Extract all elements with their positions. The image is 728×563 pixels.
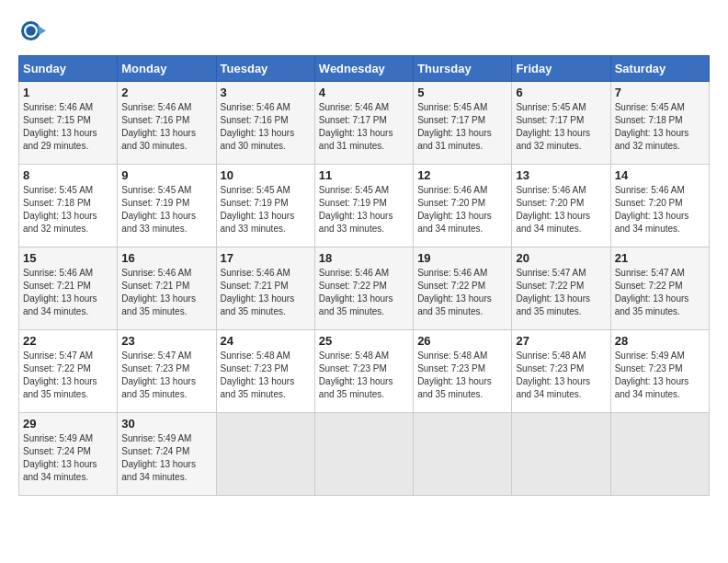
day-info: Sunrise: 5:46 AMSunset: 7:16 PMDaylight:… [221, 102, 295, 151]
day-info: Sunrise: 5:46 AMSunset: 7:22 PMDaylight:… [417, 268, 492, 316]
calendar-header-row: SundayMondayTuesdayWednesdayThursdayFrid… [19, 56, 710, 82]
day-info: Sunrise: 5:46 AMSunset: 7:20 PMDaylight:… [417, 185, 492, 234]
day-number: 27 [516, 334, 606, 348]
calendar-cell: 18 Sunrise: 5:46 AMSunset: 7:22 PMDaylig… [314, 247, 413, 330]
day-info: Sunrise: 5:48 AMSunset: 7:23 PMDaylight:… [221, 350, 295, 399]
day-info: Sunrise: 5:46 AMSunset: 7:21 PMDaylight:… [121, 268, 196, 316]
calendar-cell: 9 Sunrise: 5:45 AMSunset: 7:19 PMDayligh… [118, 165, 216, 247]
day-number: 16 [121, 251, 211, 265]
calendar-cell: 22 Sunrise: 5:47 AMSunset: 7:22 PMDaylig… [19, 330, 118, 413]
day-info: Sunrise: 5:45 AMSunset: 7:19 PMDaylight:… [121, 185, 196, 234]
day-info: Sunrise: 5:47 AMSunset: 7:23 PMDaylight:… [121, 350, 196, 399]
day-info: Sunrise: 5:46 AMSunset: 7:20 PMDaylight:… [516, 185, 590, 234]
calendar-cell: 4 Sunrise: 5:46 AMSunset: 7:17 PMDayligh… [314, 82, 413, 165]
calendar-cell: 14 Sunrise: 5:46 AMSunset: 7:20 PMDaylig… [610, 165, 709, 247]
calendar-cell: 13 Sunrise: 5:46 AMSunset: 7:20 PMDaylig… [512, 165, 610, 247]
header-sunday: Sunday [19, 56, 118, 82]
calendar-cell: 26 Sunrise: 5:48 AMSunset: 7:23 PMDaylig… [414, 330, 512, 413]
day-number: 13 [516, 168, 606, 182]
day-info: Sunrise: 5:47 AMSunset: 7:22 PMDaylight:… [615, 268, 689, 316]
calendar-cell: 17 Sunrise: 5:46 AMSunset: 7:21 PMDaylig… [216, 247, 314, 330]
day-info: Sunrise: 5:47 AMSunset: 7:22 PMDaylight:… [23, 350, 97, 399]
day-info: Sunrise: 5:45 AMSunset: 7:18 PMDaylight:… [615, 102, 689, 151]
week-row-0: 1 Sunrise: 5:46 AMSunset: 7:15 PMDayligh… [19, 82, 710, 165]
day-number: 30 [121, 417, 211, 431]
calendar-cell: 12 Sunrise: 5:46 AMSunset: 7:20 PMDaylig… [414, 165, 512, 247]
day-number: 17 [221, 251, 311, 265]
calendar-cell: 5 Sunrise: 5:45 AMSunset: 7:17 PMDayligh… [414, 82, 512, 165]
day-info: Sunrise: 5:48 AMSunset: 7:23 PMDaylight:… [516, 350, 590, 399]
day-number: 3 [221, 86, 311, 99]
calendar-cell: 8 Sunrise: 5:45 AMSunset: 7:18 PMDayligh… [19, 165, 118, 247]
day-number: 15 [23, 251, 113, 265]
day-number: 12 [417, 168, 507, 182]
calendar-cell: 25 Sunrise: 5:48 AMSunset: 7:23 PMDaylig… [314, 330, 413, 413]
calendar-cell: 24 Sunrise: 5:48 AMSunset: 7:23 PMDaylig… [216, 330, 314, 413]
header-monday: Monday [118, 56, 216, 82]
header-saturday: Saturday [610, 56, 709, 82]
day-info: Sunrise: 5:46 AMSunset: 7:21 PMDaylight:… [221, 268, 295, 316]
day-number: 9 [121, 168, 211, 182]
header-friday: Friday [512, 56, 610, 82]
header [18, 18, 710, 46]
day-number: 23 [121, 334, 211, 348]
logo [18, 18, 50, 46]
calendar-cell: 1 Sunrise: 5:46 AMSunset: 7:15 PMDayligh… [19, 82, 118, 165]
calendar-cell [512, 413, 610, 496]
day-info: Sunrise: 5:45 AMSunset: 7:18 PMDaylight:… [23, 185, 97, 234]
calendar-cell: 2 Sunrise: 5:46 AMSunset: 7:16 PMDayligh… [118, 82, 216, 165]
day-info: Sunrise: 5:46 AMSunset: 7:22 PMDaylight:… [319, 268, 393, 316]
calendar-cell: 7 Sunrise: 5:45 AMSunset: 7:18 PMDayligh… [610, 82, 709, 165]
day-number: 5 [417, 86, 507, 99]
calendar-cell [610, 413, 709, 496]
day-info: Sunrise: 5:46 AMSunset: 7:15 PMDaylight:… [23, 102, 97, 151]
day-info: Sunrise: 5:45 AMSunset: 7:17 PMDaylight:… [417, 102, 492, 151]
week-row-2: 15 Sunrise: 5:46 AMSunset: 7:21 PMDaylig… [19, 247, 710, 330]
calendar-cell: 10 Sunrise: 5:45 AMSunset: 7:19 PMDaylig… [216, 165, 314, 247]
day-info: Sunrise: 5:45 AMSunset: 7:19 PMDaylight:… [221, 185, 295, 234]
svg-point-2 [26, 26, 36, 36]
week-row-1: 8 Sunrise: 5:45 AMSunset: 7:18 PMDayligh… [19, 165, 710, 247]
calendar-cell: 30 Sunrise: 5:49 AMSunset: 7:24 PMDaylig… [118, 413, 216, 496]
day-number: 25 [319, 334, 409, 348]
day-number: 6 [516, 86, 606, 99]
day-info: Sunrise: 5:46 AMSunset: 7:17 PMDaylight:… [319, 102, 393, 151]
day-info: Sunrise: 5:45 AMSunset: 7:19 PMDaylight:… [319, 185, 393, 234]
day-info: Sunrise: 5:47 AMSunset: 7:22 PMDaylight:… [516, 268, 590, 316]
calendar-cell: 21 Sunrise: 5:47 AMSunset: 7:22 PMDaylig… [610, 247, 709, 330]
calendar-cell [216, 413, 314, 496]
header-wednesday: Wednesday [314, 56, 413, 82]
day-number: 26 [417, 334, 507, 348]
day-info: Sunrise: 5:45 AMSunset: 7:17 PMDaylight:… [516, 102, 590, 151]
day-info: Sunrise: 5:46 AMSunset: 7:16 PMDaylight:… [121, 102, 196, 151]
calendar-cell [314, 413, 413, 496]
calendar: SundayMondayTuesdayWednesdayThursdayFrid… [18, 55, 710, 496]
calendar-cell: 19 Sunrise: 5:46 AMSunset: 7:22 PMDaylig… [414, 247, 512, 330]
logo-icon [18, 18, 46, 46]
day-info: Sunrise: 5:46 AMSunset: 7:21 PMDaylight:… [23, 268, 97, 316]
calendar-cell: 3 Sunrise: 5:46 AMSunset: 7:16 PMDayligh… [216, 82, 314, 165]
day-number: 8 [23, 168, 113, 182]
day-info: Sunrise: 5:49 AMSunset: 7:23 PMDaylight:… [615, 350, 689, 399]
day-number: 14 [615, 168, 705, 182]
header-thursday: Thursday [414, 56, 512, 82]
day-number: 11 [319, 168, 409, 182]
calendar-cell: 29 Sunrise: 5:49 AMSunset: 7:24 PMDaylig… [19, 413, 118, 496]
day-number: 19 [417, 251, 507, 265]
calendar-cell: 28 Sunrise: 5:49 AMSunset: 7:23 PMDaylig… [610, 330, 709, 413]
calendar-cell [414, 413, 512, 496]
day-number: 24 [221, 334, 311, 348]
calendar-cell: 23 Sunrise: 5:47 AMSunset: 7:23 PMDaylig… [118, 330, 216, 413]
day-number: 29 [23, 417, 113, 431]
day-number: 4 [319, 86, 409, 99]
day-number: 28 [615, 334, 705, 348]
header-tuesday: Tuesday [216, 56, 314, 82]
svg-marker-3 [38, 26, 46, 36]
day-number: 10 [221, 168, 311, 182]
day-number: 21 [615, 251, 705, 265]
day-number: 7 [615, 86, 705, 99]
day-info: Sunrise: 5:48 AMSunset: 7:23 PMDaylight:… [319, 350, 393, 399]
day-info: Sunrise: 5:48 AMSunset: 7:23 PMDaylight:… [417, 350, 492, 399]
day-info: Sunrise: 5:46 AMSunset: 7:20 PMDaylight:… [615, 185, 689, 234]
week-row-4: 29 Sunrise: 5:49 AMSunset: 7:24 PMDaylig… [19, 413, 710, 496]
